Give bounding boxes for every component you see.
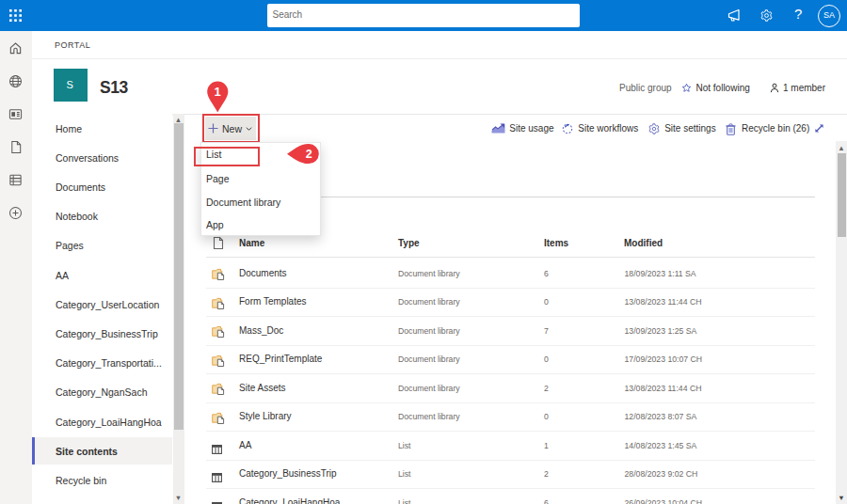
svg-text:2: 2 (306, 148, 312, 161)
svg-text:1: 1 (214, 85, 220, 99)
